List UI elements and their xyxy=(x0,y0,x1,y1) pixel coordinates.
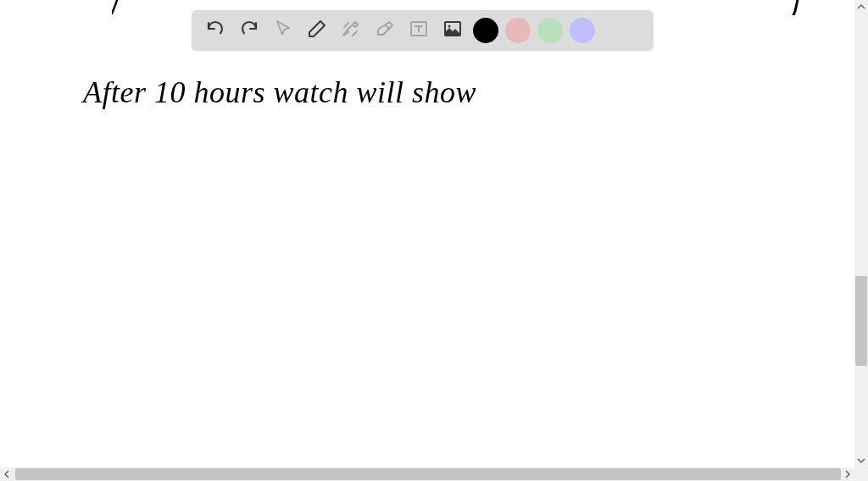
image-button[interactable] xyxy=(439,17,466,44)
color-black-swatch[interactable] xyxy=(473,18,498,43)
pencil-button[interactable] xyxy=(303,17,331,44)
pencil-icon xyxy=(307,19,327,42)
tools-button[interactable] xyxy=(337,17,364,44)
text-icon xyxy=(409,19,429,42)
color-purple-swatch[interactable] xyxy=(570,18,595,43)
scroll-right-arrow[interactable] xyxy=(841,467,854,481)
eraser-button[interactable] xyxy=(371,17,398,44)
vertical-scroll-thumb[interactable] xyxy=(855,276,867,366)
drawing-toolbar xyxy=(192,10,654,51)
whiteboard-canvas[interactable]: After 10 hours watch will show xyxy=(0,0,854,467)
redo-button[interactable] xyxy=(236,17,263,44)
undo-button[interactable] xyxy=(202,17,229,44)
vertical-scrollbar[interactable] xyxy=(854,0,868,467)
scrollbar-corner xyxy=(854,467,868,481)
scroll-down-arrow[interactable] xyxy=(854,454,868,467)
horizontal-scrollbar[interactable] xyxy=(0,467,854,481)
tools-icon xyxy=(341,19,361,42)
pointer-button[interactable] xyxy=(270,17,297,44)
undo-icon xyxy=(205,19,225,42)
image-icon xyxy=(442,19,463,42)
color-pink-swatch[interactable] xyxy=(505,18,531,43)
horizontal-scroll-thumb[interactable] xyxy=(15,468,841,480)
redo-icon xyxy=(239,19,259,42)
handwriting-main-line: After 10 hours watch will show xyxy=(83,75,476,110)
scroll-left-arrow[interactable] xyxy=(0,467,14,481)
color-green-swatch[interactable] xyxy=(537,18,563,43)
scroll-up-arrow[interactable] xyxy=(854,0,868,14)
svg-point-2 xyxy=(448,25,451,28)
text-button[interactable] xyxy=(405,17,432,44)
eraser-icon xyxy=(375,19,395,42)
pointer-icon xyxy=(273,19,293,42)
